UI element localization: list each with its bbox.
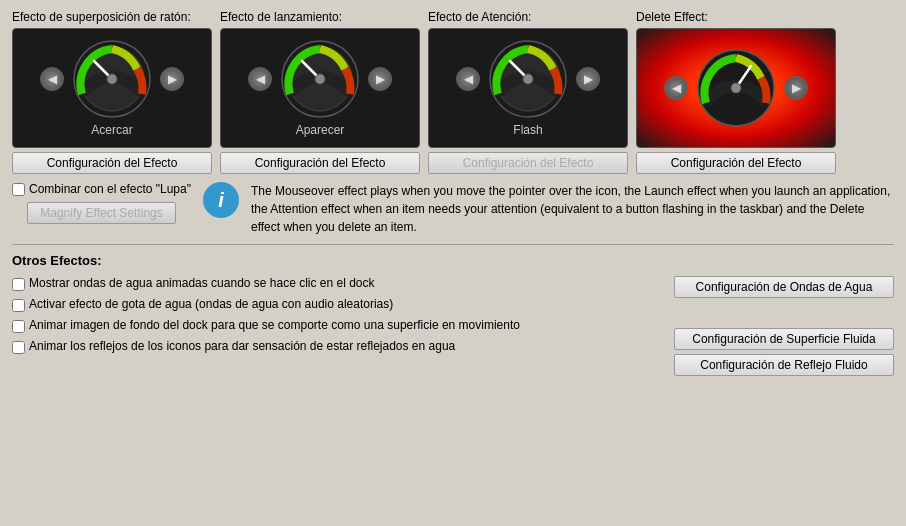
checkbox-item-reflex: Animar los reflejos de los iconos para d…	[12, 339, 666, 354]
effect-name-attention: Flash	[513, 123, 542, 137]
effect-column-attention: Efecto de Atención: ◀ ▶	[428, 10, 628, 174]
checkbox-item-waves: Mostrar ondas de agua animadas cuando se…	[12, 276, 666, 291]
info-text: The Mouseover effect plays when you move…	[251, 182, 894, 236]
effect-preview-delete: ◀ ▶	[636, 28, 836, 148]
checkbox-label-waves: Mostrar ondas de agua animadas cuando se…	[29, 276, 375, 290]
next-arrow-delete[interactable]: ▶	[784, 76, 808, 100]
effect-column-mouseover: Efecto de superposición de ratón: ◀ ▶	[12, 10, 212, 174]
next-arrow-attention[interactable]: ▶	[576, 67, 600, 91]
gauge-container-launch: ◀ ▶	[248, 39, 392, 119]
gauge-svg-delete	[696, 48, 776, 128]
svg-point-3	[107, 74, 117, 84]
next-arrow-launch[interactable]: ▶	[368, 67, 392, 91]
effect-label-delete: Delete Effect:	[636, 10, 708, 24]
checkbox-waves[interactable]	[12, 278, 25, 291]
section-divider	[12, 244, 894, 245]
combine-checkbox-row: Combinar con el efecto "Lupa"	[12, 182, 191, 196]
gauge-container-mouseover: ◀ ▶	[40, 39, 184, 119]
effect-column-launch: Efecto de lanzamiento: ◀ ▶	[220, 10, 420, 174]
combine-magnify-checkbox[interactable]	[12, 183, 25, 196]
preview-inner-launch: ◀ ▶ Aparecer	[221, 39, 419, 137]
other-effect-button-reflex-btn[interactable]: Configuración de Reflejo Fluido	[674, 354, 894, 376]
checkbox-item-audio: Activar efecto de gota de agua (ondas de…	[12, 297, 666, 312]
other-effect-button-waves-btn[interactable]: Configuración de Ondas de Agua	[674, 276, 894, 298]
effect-config-button-attention: Configuración del Efecto	[428, 152, 628, 174]
info-row: Combinar con el efecto "Lupa" Magnify Ef…	[12, 182, 894, 236]
prev-arrow-launch[interactable]: ◀	[248, 67, 272, 91]
effect-config-button-delete[interactable]: Configuración del Efecto	[636, 152, 836, 174]
gauge-container-attention: ◀ ▶	[456, 39, 600, 119]
effect-config-button-mouseover[interactable]: Configuración del Efecto	[12, 152, 212, 174]
checkbox-label-fluid: Animar imagen de fondo del dock para que…	[29, 318, 520, 332]
checkboxes-col: Mostrar ondas de agua animadas cuando se…	[12, 276, 666, 354]
combine-magnify-label: Combinar con el efecto "Lupa"	[29, 182, 191, 196]
preview-inner-mouseover: ◀ ▶ Acercar	[13, 39, 211, 137]
effect-label-attention: Efecto de Atención:	[428, 10, 531, 24]
effect-name-mouseover: Acercar	[91, 123, 132, 137]
otros-efectos-label: Otros Efectos:	[12, 253, 894, 268]
svg-point-7	[315, 74, 325, 84]
effect-preview-mouseover: ◀ ▶ Acercar	[12, 28, 212, 148]
gauge-svg-mouseover	[72, 39, 152, 119]
other-effects-row: Mostrar ondas de agua animadas cuando se…	[12, 276, 894, 376]
effect-label-launch: Efecto de lanzamiento:	[220, 10, 342, 24]
gauge-container-delete: ◀ ▶	[664, 48, 808, 128]
prev-arrow-attention[interactable]: ◀	[456, 67, 480, 91]
effect-preview-launch: ◀ ▶ Aparecer	[220, 28, 420, 148]
prev-arrow-mouseover[interactable]: ◀	[40, 67, 64, 91]
effects-row: Efecto de superposición de ratón: ◀ ▶	[12, 10, 894, 174]
magnify-settings-button[interactable]: Magnify Effect Settings	[27, 202, 176, 224]
buttons-col: Configuración de Ondas de AguaConfigurac…	[674, 276, 894, 376]
prev-arrow-delete[interactable]: ◀	[664, 76, 688, 100]
next-arrow-mouseover[interactable]: ▶	[160, 67, 184, 91]
checkbox-reflex[interactable]	[12, 341, 25, 354]
checkbox-fluid[interactable]	[12, 320, 25, 333]
preview-inner-attention: ◀ ▶ Flash	[429, 39, 627, 137]
effect-config-button-launch[interactable]: Configuración del Efecto	[220, 152, 420, 174]
checkbox-label-reflex: Animar los reflejos de los iconos para d…	[29, 339, 455, 353]
checkbox-item-fluid: Animar imagen de fondo del dock para que…	[12, 318, 666, 333]
svg-point-11	[523, 74, 533, 84]
gauge-svg-attention	[488, 39, 568, 119]
gauge-svg-launch	[280, 39, 360, 119]
checkbox-audio[interactable]	[12, 299, 25, 312]
effect-column-delete: Delete Effect: ◀ ▶ Configuración del Efe…	[636, 10, 836, 174]
info-icon: i	[203, 182, 239, 218]
effect-name-launch: Aparecer	[296, 123, 345, 137]
main-container: Efecto de superposición de ratón: ◀ ▶	[0, 0, 906, 386]
checkbox-label-audio: Activar efecto de gota de agua (ondas de…	[29, 297, 393, 311]
effect-label-mouseover: Efecto de superposición de ratón:	[12, 10, 191, 24]
effect-preview-attention: ◀ ▶ Flash	[428, 28, 628, 148]
magnify-section: Combinar con el efecto "Lupa" Magnify Ef…	[12, 182, 191, 224]
svg-point-14	[731, 83, 741, 93]
other-effect-button-fluid-btn[interactable]: Configuración de Superficie Fluida	[674, 328, 894, 350]
